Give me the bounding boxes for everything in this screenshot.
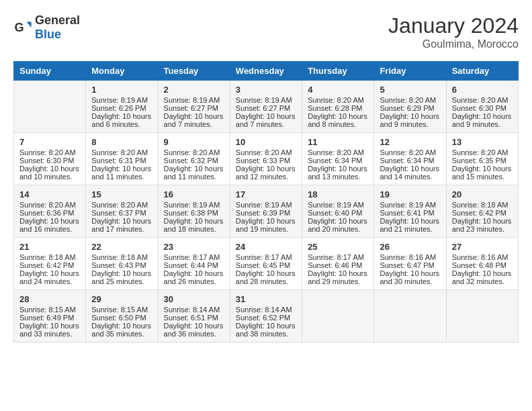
calendar-cell: 26Sunrise: 8:16 AMSunset: 6:47 PMDayligh…: [374, 238, 446, 290]
cell-content-line: Daylight: 10 hours and 24 minutes.: [19, 269, 80, 285]
cell-content-line: Sunrise: 8:20 AM: [308, 148, 368, 156]
cell-content-line: Daylight: 10 hours and 9 minutes.: [380, 112, 440, 128]
svg-marker-1: [27, 22, 32, 28]
cell-content-line: Daylight: 10 hours and 29 minutes.: [308, 269, 368, 285]
day-number: 9: [164, 137, 224, 147]
cell-content-line: Sunrise: 8:19 AM: [164, 201, 224, 209]
day-number: 11: [308, 137, 368, 147]
day-number: 8: [91, 137, 152, 147]
cell-content-line: Sunset: 6:27 PM: [236, 104, 296, 112]
cell-content-line: Sunset: 6:38 PM: [164, 209, 224, 217]
calendar-cell: 25Sunrise: 8:17 AMSunset: 6:46 PMDayligh…: [302, 238, 374, 290]
day-of-week-header: Sunday: [14, 62, 86, 81]
cell-content-line: Sunrise: 8:17 AM: [236, 253, 296, 261]
calendar-cell: 7Sunrise: 8:20 AMSunset: 6:30 PMDaylight…: [14, 133, 86, 185]
day-number: 23: [164, 242, 224, 252]
cell-content-line: Daylight: 10 hours and 26 minutes.: [164, 269, 224, 285]
calendar-cell: 15Sunrise: 8:20 AMSunset: 6:37 PMDayligh…: [86, 185, 158, 238]
calendar-cell: 8Sunrise: 8:20 AMSunset: 6:31 PMDaylight…: [86, 133, 158, 185]
cell-content-line: Sunrise: 8:19 AM: [236, 96, 296, 104]
calendar-cell: 18Sunrise: 8:19 AMSunset: 6:40 PMDayligh…: [302, 185, 374, 238]
cell-content-line: Daylight: 10 hours and 17 minutes.: [91, 217, 152, 233]
day-number: 22: [91, 242, 152, 252]
calendar-cell: 31Sunrise: 8:14 AMSunset: 6:52 PMDayligh…: [230, 290, 302, 342]
cell-content-line: Daylight: 10 hours and 32 minutes.: [452, 269, 513, 285]
calendar-cell: 12Sunrise: 8:20 AMSunset: 6:34 PMDayligh…: [374, 133, 446, 185]
cell-content-line: Sunrise: 8:20 AM: [19, 148, 80, 156]
cell-content-line: Daylight: 10 hours and 11 minutes.: [164, 165, 224, 181]
cell-content-line: Daylight: 10 hours and 8 minutes.: [308, 112, 368, 128]
cell-content-line: Sunset: 6:41 PM: [380, 209, 440, 217]
day-number: 15: [91, 189, 152, 199]
cell-content-line: Sunset: 6:42 PM: [19, 261, 80, 269]
cell-content-line: Sunset: 6:49 PM: [19, 314, 80, 322]
day-of-week-header: Wednesday: [230, 62, 302, 81]
cell-content-line: Sunrise: 8:19 AM: [380, 201, 440, 209]
cell-content-line: Daylight: 10 hours and 12 minutes.: [236, 165, 296, 181]
page-header: G General Blue January 2024 Goulmima, Mo…: [13, 13, 519, 50]
logo-icon: G: [13, 18, 32, 37]
cell-content-line: Daylight: 10 hours and 6 minutes.: [91, 112, 152, 128]
cell-content-line: Daylight: 10 hours and 36 minutes.: [164, 322, 224, 338]
day-number: 24: [236, 242, 296, 252]
calendar-cell: 14Sunrise: 8:20 AMSunset: 6:36 PMDayligh…: [14, 185, 86, 238]
cell-content-line: Sunset: 6:28 PM: [308, 104, 368, 112]
calendar-cell: 27Sunrise: 8:16 AMSunset: 6:48 PMDayligh…: [446, 238, 518, 290]
calendar-cell: 29Sunrise: 8:15 AMSunset: 6:50 PMDayligh…: [86, 290, 158, 342]
cell-content-line: Sunset: 6:43 PM: [91, 261, 152, 269]
calendar-cell: 2Sunrise: 8:19 AMSunset: 6:27 PMDaylight…: [158, 81, 230, 133]
calendar-cell: 6Sunrise: 8:20 AMSunset: 6:30 PMDaylight…: [446, 81, 518, 133]
calendar-cell: 9Sunrise: 8:20 AMSunset: 6:32 PMDaylight…: [158, 133, 230, 185]
cell-content-line: Daylight: 10 hours and 33 minutes.: [19, 322, 80, 338]
calendar-week-row: 21Sunrise: 8:18 AMSunset: 6:42 PMDayligh…: [14, 238, 519, 290]
logo: G General Blue: [13, 13, 80, 42]
day-number: 14: [19, 189, 80, 199]
cell-content-line: Sunrise: 8:20 AM: [164, 148, 224, 156]
cell-content-line: Sunset: 6:47 PM: [380, 261, 440, 269]
day-number: 19: [380, 189, 440, 199]
day-number: 7: [19, 137, 80, 147]
title-block: January 2024 Goulmima, Morocco: [388, 13, 519, 50]
day-number: 31: [236, 294, 296, 304]
cell-content-line: Sunrise: 8:20 AM: [236, 148, 296, 156]
cell-content-line: Daylight: 10 hours and 14 minutes.: [380, 165, 440, 181]
cell-content-line: Daylight: 10 hours and 11 minutes.: [91, 165, 152, 181]
cell-content-line: Sunrise: 8:20 AM: [19, 201, 80, 209]
cell-content-line: Sunset: 6:45 PM: [236, 261, 296, 269]
cell-content-line: Sunrise: 8:15 AM: [19, 306, 80, 314]
cell-content-line: Sunset: 6:36 PM: [19, 209, 80, 217]
cell-content-line: Sunrise: 8:18 AM: [452, 201, 513, 209]
cell-content-line: Daylight: 10 hours and 19 minutes.: [236, 217, 296, 233]
cell-content-line: Sunrise: 8:20 AM: [91, 148, 152, 156]
logo-blue: Blue: [35, 28, 61, 41]
day-number: 30: [164, 294, 224, 304]
day-of-week-header: Tuesday: [158, 62, 230, 81]
calendar-cell: 10Sunrise: 8:20 AMSunset: 6:33 PMDayligh…: [230, 133, 302, 185]
calendar-cell: 13Sunrise: 8:20 AMSunset: 6:35 PMDayligh…: [446, 133, 518, 185]
cell-content-line: Sunset: 6:46 PM: [308, 261, 368, 269]
cell-content-line: Daylight: 10 hours and 21 minutes.: [380, 217, 440, 233]
logo-general: General: [35, 13, 80, 27]
cell-content-line: Daylight: 10 hours and 18 minutes.: [164, 217, 224, 233]
cell-content-line: Sunrise: 8:17 AM: [164, 253, 224, 261]
calendar-week-row: 28Sunrise: 8:15 AMSunset: 6:49 PMDayligh…: [14, 290, 519, 342]
cell-content-line: Sunset: 6:42 PM: [452, 209, 513, 217]
day-of-week-header: Monday: [86, 62, 158, 81]
cell-content-line: Sunrise: 8:18 AM: [19, 253, 80, 261]
cell-content-line: Daylight: 10 hours and 38 minutes.: [236, 322, 296, 338]
calendar-cell: 17Sunrise: 8:19 AMSunset: 6:39 PMDayligh…: [230, 185, 302, 238]
cell-content-line: Sunset: 6:33 PM: [236, 156, 296, 165]
calendar-week-row: 14Sunrise: 8:20 AMSunset: 6:36 PMDayligh…: [14, 185, 519, 238]
location: Goulmima, Morocco: [388, 38, 519, 50]
cell-content-line: Sunset: 6:51 PM: [164, 314, 224, 322]
cell-content-line: Sunrise: 8:19 AM: [164, 96, 224, 104]
cell-content-line: Sunset: 6:30 PM: [19, 156, 80, 165]
cell-content-line: Sunset: 6:39 PM: [236, 209, 296, 217]
cell-content-line: Sunrise: 8:19 AM: [91, 96, 152, 104]
calendar-cell: [302, 290, 374, 342]
cell-content-line: Sunset: 6:34 PM: [308, 156, 368, 165]
day-number: 6: [452, 85, 513, 95]
day-number: 17: [236, 189, 296, 199]
cell-content-line: Sunrise: 8:20 AM: [380, 96, 440, 104]
calendar-week-row: 1Sunrise: 8:19 AMSunset: 6:26 PMDaylight…: [14, 81, 519, 133]
